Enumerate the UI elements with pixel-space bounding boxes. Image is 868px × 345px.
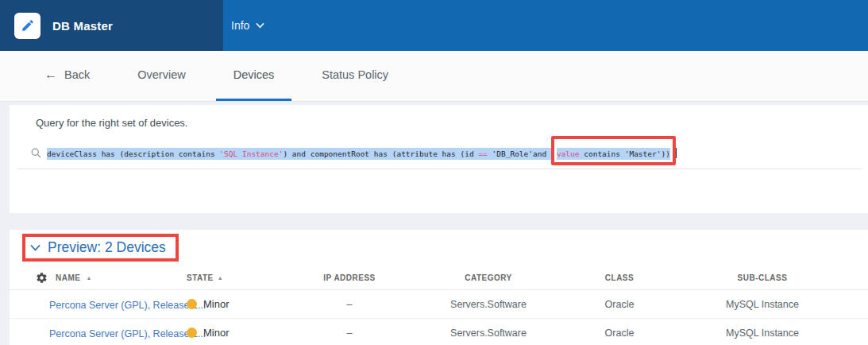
column-header-name[interactable]: NAME ▲ [36, 272, 187, 284]
preview-toggle[interactable]: Preview: 2 Devices [22, 234, 179, 262]
back-button-label: Back [64, 68, 90, 81]
query-instruction: Query for the right set of devices. [10, 105, 868, 129]
query-segment: deviceClass has (description contains [47, 148, 219, 160]
chevron-down-icon [256, 22, 264, 29]
query-segment-operator: == [478, 148, 487, 160]
subclass-value: MySQL Instance [683, 328, 842, 339]
query-segment: ) and componentRoot has (attribute has (… [283, 148, 478, 160]
device-link[interactable]: Percona Server (GPL), Release 1... [49, 300, 206, 311]
column-header-category[interactable]: CATEGORY [421, 273, 556, 282]
tab-status-policy[interactable]: Status Policy [304, 51, 406, 101]
tab-status-policy-label: Status Policy [322, 68, 388, 81]
query-segment-string: 'SQL Instance' [219, 148, 283, 160]
column-header-state[interactable]: STATE ▲ [187, 273, 278, 282]
column-header-ip-label: IP ADDRESS [323, 273, 376, 282]
query-input[interactable]: deviceClass has (description contains 'S… [47, 148, 677, 159]
table-header-row: NAME ▲ STATE ▲ IP ADDRESS CATEGORY CLASS… [10, 266, 868, 290]
page-title: DB Master [52, 19, 113, 33]
tab-bar: ← Back Overview Devices Status Policy [0, 51, 868, 102]
query-divider [17, 169, 862, 169]
class-value: Oracle [556, 328, 683, 339]
query-segment: 'DB_Role'and [488, 148, 551, 160]
column-header-subclass[interactable]: SUB-CLASS [683, 273, 842, 282]
query-input-row: deviceClass has (description contains 'S… [10, 129, 868, 159]
preview-title: Preview: 2 Devices [48, 239, 166, 256]
state-label: Minor [203, 298, 230, 310]
gear-icon[interactable] [36, 272, 48, 284]
tab-devices[interactable]: Devices [216, 51, 292, 101]
state-minor-dot-icon [187, 299, 197, 309]
pencil-icon [21, 18, 35, 33]
ip-address-value: – [278, 328, 421, 339]
app-icon [14, 13, 41, 39]
back-button[interactable]: ← Back [27, 51, 107, 101]
device-name-cell: Percona Server (GPL), Release 1... [36, 297, 187, 312]
category-value: Servers.Software [421, 328, 556, 339]
header-right-section: Info [223, 0, 868, 51]
table-row[interactable]: Percona Server (GPL), Release 1... Minor… [10, 319, 868, 345]
top-header: DB Master Info [0, 0, 868, 51]
sort-asc-icon: ▲ [86, 275, 91, 281]
device-name-cell: Percona Server (GPL), Release 1... [36, 326, 187, 340]
column-header-category-label: CATEGORY [465, 273, 512, 282]
query-segment: contains 'Master')) [580, 148, 670, 160]
sort-asc-icon: ▲ [218, 275, 223, 281]
column-header-name-label: NAME [56, 273, 80, 282]
column-header-ip[interactable]: IP ADDRESS [278, 273, 421, 282]
column-header-class-label: CLASS [605, 273, 634, 282]
column-header-subclass-label: SUB-CLASS [738, 273, 788, 282]
subclass-value: MySQL Instance [683, 299, 842, 310]
preview-panel: Preview: 2 Devices NAME ▲ STATE ▲ IP ADD… [10, 230, 868, 345]
category-value: Servers.Software [421, 299, 556, 310]
search-icon [30, 147, 42, 159]
info-dropdown-label: Info [231, 19, 249, 32]
class-value: Oracle [556, 299, 683, 310]
tab-devices-label: Devices [233, 68, 275, 81]
state-minor-dot-icon [187, 328, 197, 338]
column-header-class[interactable]: CLASS [556, 273, 683, 282]
header-left-section: DB Master [0, 0, 223, 51]
text-caret [676, 148, 677, 158]
table-row[interactable]: Percona Server (GPL), Release 1... Minor… [10, 290, 868, 319]
tab-overview-label: Overview [137, 68, 185, 81]
back-arrow-icon: ← [44, 68, 57, 82]
info-dropdown[interactable]: Info [231, 19, 264, 32]
query-segment-field: value [557, 148, 580, 160]
device-state-cell: Minor [187, 298, 278, 310]
ip-address-value: – [278, 299, 421, 310]
state-label: Minor [203, 327, 230, 339]
annotation-box-query: value contains 'Master')) [551, 136, 676, 165]
column-header-state-label: STATE [187, 273, 214, 282]
device-state-cell: Minor [187, 327, 278, 339]
query-panel: Query for the right set of devices. devi… [10, 105, 868, 213]
tab-overview[interactable]: Overview [120, 51, 203, 101]
chevron-down-icon [30, 244, 41, 251]
device-link[interactable]: Percona Server (GPL), Release 1... [49, 328, 206, 339]
